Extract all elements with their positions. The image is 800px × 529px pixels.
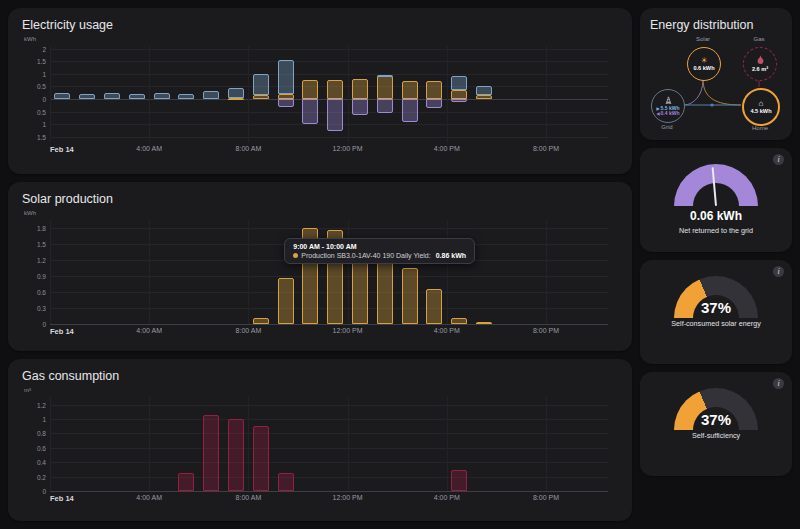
chart-tooltip: 9:00 AM - 10:00 AM Production SB3.0-1AV-… [284,238,475,264]
chart-bar[interactable] [451,99,467,102]
arrow-left-icon: ◀ [657,112,660,116]
chart-bar[interactable] [377,99,393,113]
solar-production-chart[interactable]: 9:00 AM - 10:00 AM Production SB3.0-1AV-… [22,210,618,340]
gridline-vertical [447,397,448,491]
energy-distribution-card: Energy distribution Solar Gas Grid Home … [640,8,792,140]
gauge-card-self-sufficiency[interactable]: i 37% Self-sufficiency [640,372,792,476]
x-axis-label: 4:00 PM [434,494,460,501]
chart-plot[interactable]: kWh21.510.500.511.5Feb 144:00 AM8:00 AM1… [50,46,608,142]
chart-bar[interactable] [377,75,393,77]
chart-bar[interactable] [451,470,467,492]
y-axis-label: 0.9 [24,272,46,279]
card-title: Gas consumption [22,369,618,383]
chart-bar[interactable] [302,99,318,124]
grid-return-value: 0.4 kWh [661,111,680,116]
chart-bar[interactable] [154,93,170,99]
chart-plot[interactable]: kWh1.81.51.20.90.60.30Feb 144:00 AM8:00 … [50,220,608,324]
chart-bar[interactable] [253,74,269,95]
chart-bar[interactable] [253,426,269,491]
chart-bar[interactable] [129,94,145,99]
chart-bar[interactable] [104,93,120,99]
solar-node[interactable]: ☀ 0.6 kWh [687,47,721,81]
chart-bar[interactable] [278,473,294,491]
tooltip-value: 0.86 kWh [436,252,466,259]
gridline-horizontal [50,228,608,229]
chart-bar[interactable] [451,90,467,99]
chart-bar[interactable] [228,98,244,100]
info-icon[interactable]: i [773,378,784,389]
y-axis-label: 1 [24,415,46,422]
y-axis-label: 0.5 [24,83,46,90]
y-axis-label: 0.8 [24,430,46,437]
chart-bar[interactable] [228,419,244,491]
home-icon: ⌂ [759,100,764,108]
chart-bar[interactable] [426,99,442,108]
chart-bar[interactable] [426,289,442,324]
axis-unit-label: kWh [24,210,36,216]
charts-column: Electricity usage kWh21.510.500.511.5Feb… [8,8,632,521]
info-icon[interactable]: i [773,154,784,165]
chart-bar[interactable] [426,81,442,99]
chart-bar[interactable] [476,86,492,95]
chart-bar[interactable] [178,473,194,491]
gauge-card-self-consumed[interactable]: i 37% Self-consumed solar energy [640,260,792,364]
gas-consumption-card: Gas consumption m³1.210.80.60.40.20Feb 1… [8,359,632,521]
chart-bar[interactable] [253,318,269,323]
y-axis-label: 0.6 [24,444,46,451]
gas-node[interactable]: 2.6 m³ [743,47,777,81]
chart-bar[interactable] [402,99,418,122]
chart-bar[interactable] [377,260,393,324]
chart-bar[interactable] [203,415,219,491]
chart-bar[interactable] [451,76,467,90]
y-axis-label: 1 [24,70,46,77]
solar-node-label: Solar [696,36,710,42]
gridline-vertical [348,397,349,491]
chart-bar[interactable] [352,260,368,324]
gridline-vertical [50,220,51,324]
tooltip-time: 9:00 AM - 10:00 AM [293,243,466,250]
y-axis-label: 0 [24,488,46,495]
info-icon[interactable]: i [773,266,784,277]
electricity-usage-chart[interactable]: kWh21.510.500.511.5Feb 144:00 AM8:00 AM1… [22,36,618,158]
chart-bar[interactable] [228,88,244,98]
chart-bar[interactable] [377,76,393,99]
chart-bar[interactable] [278,99,294,107]
tooltip-row: Production SB3.0-1AV-40 190 Daily Yield:… [293,252,466,259]
chart-bar[interactable] [327,80,343,99]
chart-bar[interactable] [402,81,418,99]
arrow-right-icon: ▶ [657,107,660,111]
chart-plot[interactable]: m³1.210.80.60.40.20Feb 144:00 AM8:00 AM1… [50,397,608,491]
gridline-horizontal [50,491,608,492]
chart-bar[interactable] [476,95,492,99]
chart-bar[interactable] [278,278,294,324]
grid-node[interactable]: ▶ 5.5 kWh ◀ 0.4 kWh [651,89,685,123]
axis-unit-label: m³ [24,387,31,393]
gridline-vertical [546,46,547,142]
chart-bar[interactable] [203,91,219,99]
chart-bar[interactable] [402,268,418,324]
chart-bar[interactable] [54,93,70,99]
gas-consumption-chart[interactable]: m³1.210.80.60.40.20Feb 144:00 AM8:00 AM1… [22,387,618,507]
home-node[interactable]: ⌂ 4.5 kWh [742,88,780,126]
chart-bar[interactable] [476,322,492,324]
x-axis-label: 8:00 PM [533,145,559,152]
chart-bar[interactable] [327,99,343,131]
x-axis-label: 4:00 AM [136,494,162,501]
energy-dashboard: Electricity usage kWh21.510.500.511.5Feb… [0,0,800,529]
gridline-vertical [149,46,150,142]
chart-bar[interactable] [278,60,294,94]
chart-bar[interactable] [178,94,194,99]
gridline-vertical [248,220,249,324]
gridline-vertical [348,46,349,142]
chart-bar[interactable] [451,318,467,323]
chart-bar[interactable] [79,94,95,99]
gridline-horizontal [50,462,608,463]
chart-bar[interactable] [352,79,368,99]
x-axis-label: Feb 14 [50,494,74,503]
gas-node-label: Gas [753,36,764,42]
gauge-card-net-returned[interactable]: i 0.06 kWh Net returned to the grid [640,148,792,252]
series-dot-icon [293,253,298,258]
chart-bar[interactable] [253,95,269,99]
chart-bar[interactable] [352,99,368,115]
chart-bar[interactable] [302,80,318,99]
